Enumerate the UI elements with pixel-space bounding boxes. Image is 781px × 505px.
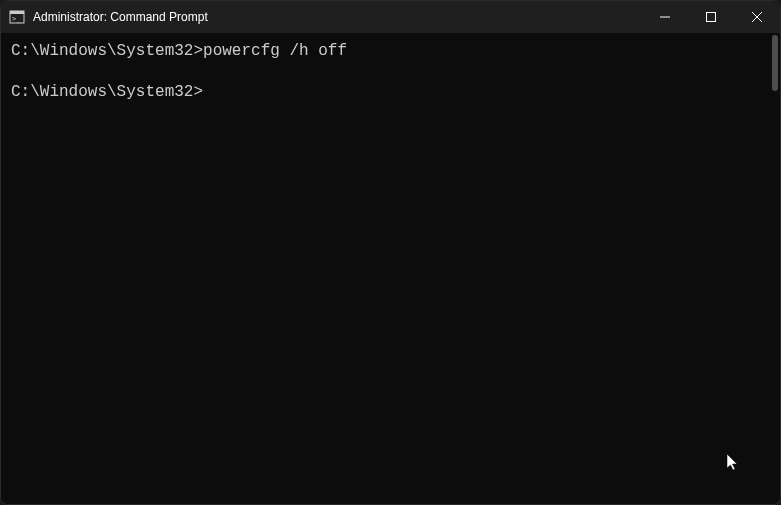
svg-rect-1 [10, 11, 24, 14]
window-controls [642, 1, 780, 33]
scrollbar[interactable] [772, 35, 778, 91]
terminal-line: C:\Windows\System32>powercfg /h off [11, 41, 770, 62]
mouse-cursor-icon [726, 453, 742, 480]
prompt-text: C:\Windows\System32> [11, 83, 203, 101]
command-text: powercfg /h off [203, 42, 347, 60]
prompt-text: C:\Windows\System32> [11, 42, 203, 60]
minimize-button[interactable] [642, 1, 688, 33]
maximize-button[interactable] [688, 1, 734, 33]
titlebar-left: >_ Administrator: Command Prompt [9, 9, 208, 25]
close-button[interactable] [734, 1, 780, 33]
command-prompt-window: >_ Administrator: Command Prompt [0, 0, 781, 505]
terminal-output[interactable]: C:\Windows\System32>powercfg /h off C:\W… [1, 33, 780, 504]
terminal-line: C:\Windows\System32> [11, 82, 770, 103]
svg-rect-4 [707, 13, 716, 22]
svg-text:>_: >_ [12, 15, 21, 23]
window-title: Administrator: Command Prompt [33, 10, 208, 24]
titlebar[interactable]: >_ Administrator: Command Prompt [1, 1, 780, 33]
cmd-icon: >_ [9, 9, 25, 25]
